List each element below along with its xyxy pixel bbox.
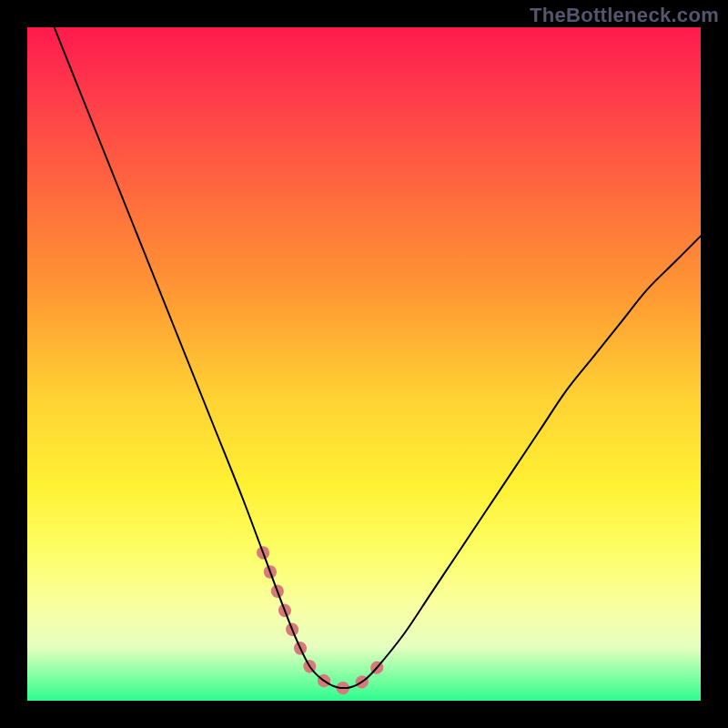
watermark-text: TheBottleneck.com xyxy=(530,4,719,27)
range-highlight-path xyxy=(263,552,378,688)
plot-area xyxy=(27,27,701,701)
bottleneck-curve-path xyxy=(55,27,701,688)
curve-layer xyxy=(27,27,701,701)
chart-frame: TheBottleneck.com xyxy=(0,0,728,728)
